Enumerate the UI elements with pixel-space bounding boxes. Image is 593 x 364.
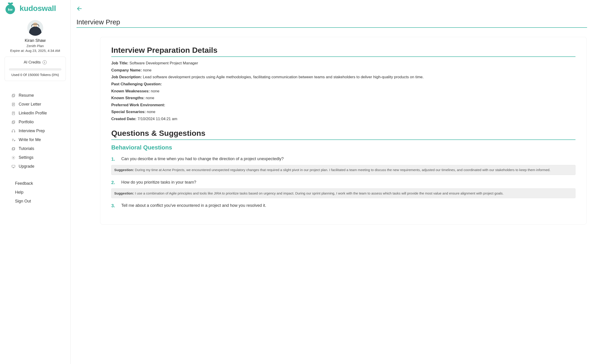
copy-icon bbox=[11, 120, 15, 124]
plan-name: Zenith Plan bbox=[5, 44, 66, 48]
question-number: 2. bbox=[111, 180, 117, 185]
sidebar-item-label: Portfolio bbox=[19, 120, 34, 124]
sidebar-item-portfolio[interactable]: Portfolio bbox=[5, 118, 66, 126]
sidebar-item-label: Resume bbox=[19, 93, 34, 98]
behavioral-heading: Behavioral Questions bbox=[111, 144, 575, 151]
gear-icon bbox=[11, 156, 15, 160]
back-button[interactable] bbox=[77, 5, 84, 12]
svg-rect-10 bbox=[12, 121, 14, 124]
brand-wordmark: kudoswall bbox=[20, 4, 56, 13]
document-icon bbox=[11, 102, 15, 106]
kv-value: none bbox=[143, 68, 151, 72]
main-content: Interview Prep Interview Preparation Det… bbox=[71, 0, 593, 364]
svg-rect-1 bbox=[12, 95, 14, 97]
suggestion-text: During my time at Acme Projects, we enco… bbox=[135, 168, 550, 172]
question-text: Can you describe a time when you had to … bbox=[121, 156, 284, 161]
suggestion-text: I use a combination of Agile principles … bbox=[135, 191, 504, 195]
kv-value: Lead software development projects using… bbox=[143, 75, 424, 79]
sidebar-item-linkedin[interactable]: LinkedIn Profile bbox=[5, 109, 66, 117]
svg-rect-12 bbox=[14, 131, 15, 132]
sidebar-item-label: Interview Prep bbox=[19, 129, 45, 133]
kv-label: Preferred Work Environment: bbox=[111, 103, 165, 107]
kv-value: none bbox=[147, 110, 156, 114]
question-block: 1. Can you describe a time when you had … bbox=[111, 156, 575, 175]
suggestion-label: Suggestion: bbox=[114, 191, 134, 195]
kv-label: Company Name: bbox=[111, 68, 142, 72]
suggestion-box: Suggestion: I use a combination of Agile… bbox=[111, 188, 575, 198]
sidebar-item-write-for-me[interactable]: Write for Me bbox=[5, 136, 66, 144]
profile-block: Kiran Shaw Zenith Plan Expire at: Aug 23… bbox=[5, 20, 66, 52]
ai-credits-card: AI Credits i Used 0 Of 150000 Tokens (0%… bbox=[5, 57, 66, 81]
kv-label: Created Date: bbox=[111, 117, 137, 121]
question-block: 3. Tell me about a conflict you've encou… bbox=[111, 203, 575, 208]
sidebar: kw kudoswall Kiran Shaw Zenith Plan Expi… bbox=[0, 0, 71, 364]
sidebar-footer: Feedback Help Sign Out bbox=[5, 180, 66, 205]
expire-at: Expire at: Aug 23, 2025, 4:34 AM bbox=[5, 49, 66, 52]
sidebar-item-label: Cover Letter bbox=[19, 102, 41, 107]
svg-rect-16 bbox=[13, 147, 15, 150]
question-text: How do you prioritize tasks in your team… bbox=[121, 180, 196, 185]
brand-logo[interactable]: kw kudoswall bbox=[5, 2, 66, 15]
sidebar-item-tutorials[interactable]: Tutorials bbox=[5, 145, 66, 153]
sidebar-item-label: Tutorials bbox=[19, 146, 34, 151]
footer-feedback[interactable]: Feedback bbox=[5, 180, 66, 188]
svg-rect-17 bbox=[12, 148, 14, 150]
kv-label: Special Scenarios: bbox=[111, 110, 146, 114]
question-number: 1. bbox=[111, 156, 117, 162]
ai-credits-title: AI Credits bbox=[24, 60, 41, 65]
suggestion-label: Suggestion: bbox=[114, 168, 134, 172]
kv-label: Job Description: bbox=[111, 75, 142, 79]
copy-icon bbox=[11, 93, 15, 98]
sidebar-item-label: Write for Me bbox=[19, 137, 41, 142]
svg-rect-11 bbox=[12, 131, 13, 132]
sidebar-item-cover-letter[interactable]: Cover Letter bbox=[5, 100, 66, 108]
user-name: Kiran Shaw bbox=[5, 38, 66, 43]
kv-label: Known Strengths: bbox=[111, 96, 144, 100]
kv-label: Job Title: bbox=[111, 61, 128, 65]
brand-mark-icon: kw bbox=[5, 2, 16, 14]
sidebar-nav: Resume Cover Letter LinkedIn Profile Por… bbox=[5, 91, 66, 170]
monitor-icon bbox=[11, 164, 15, 169]
footer-help[interactable]: Help bbox=[5, 188, 66, 196]
svg-rect-9 bbox=[13, 121, 15, 123]
arrow-left-icon bbox=[77, 6, 82, 12]
qs-heading: Questions & Suggestions bbox=[111, 129, 575, 140]
sidebar-item-interview-prep[interactable]: Interview Prep bbox=[5, 127, 66, 135]
document-icon bbox=[11, 111, 15, 115]
sidebar-item-label: LinkedIn Profile bbox=[19, 111, 47, 116]
kv-value: none bbox=[146, 96, 154, 100]
details-card: Interview Preparation Details Job Title:… bbox=[100, 37, 587, 225]
sidebar-item-settings[interactable]: Settings bbox=[5, 154, 66, 162]
footer-signout[interactable]: Sign Out bbox=[5, 197, 66, 205]
page-title: Interview Prep bbox=[77, 18, 587, 28]
sidebar-item-label: Upgrade bbox=[19, 164, 34, 169]
sidebar-item-resume[interactable]: Resume bbox=[5, 91, 66, 99]
question-text: Tell me about a conflict you've encounte… bbox=[121, 203, 266, 208]
question-block: 2. How do you prioritize tasks in your t… bbox=[111, 180, 575, 198]
sidebar-item-label: Settings bbox=[19, 155, 33, 160]
kv-value: Software Development Project Manager bbox=[130, 61, 198, 65]
layers-icon bbox=[11, 147, 15, 151]
kv-value: none bbox=[151, 89, 160, 93]
info-icon[interactable]: i bbox=[43, 60, 47, 64]
details-heading: Interview Preparation Details bbox=[111, 46, 575, 57]
ai-credits-usage: Used 0 Of 150000 Tokens (0%) bbox=[8, 73, 62, 77]
kv-value: 7/10/2024 11:04:21 am bbox=[137, 117, 177, 121]
write-icon bbox=[11, 138, 15, 142]
svg-rect-19 bbox=[12, 165, 15, 167]
kv-label: Past Challenging Question: bbox=[111, 82, 162, 86]
svg-point-18 bbox=[13, 157, 14, 158]
question-number: 3. bbox=[111, 203, 117, 208]
sidebar-item-upgrade[interactable]: Upgrade bbox=[5, 162, 66, 170]
ai-credits-progress bbox=[9, 68, 61, 71]
kv-label: Known Weaknesses: bbox=[111, 89, 150, 93]
suggestion-box: Suggestion: During my time at Acme Proje… bbox=[111, 165, 575, 175]
headset-icon bbox=[11, 129, 15, 133]
details-kv-list: Job Title: Software Development Project … bbox=[111, 60, 575, 122]
avatar[interactable] bbox=[27, 20, 43, 36]
svg-rect-0 bbox=[13, 94, 15, 97]
